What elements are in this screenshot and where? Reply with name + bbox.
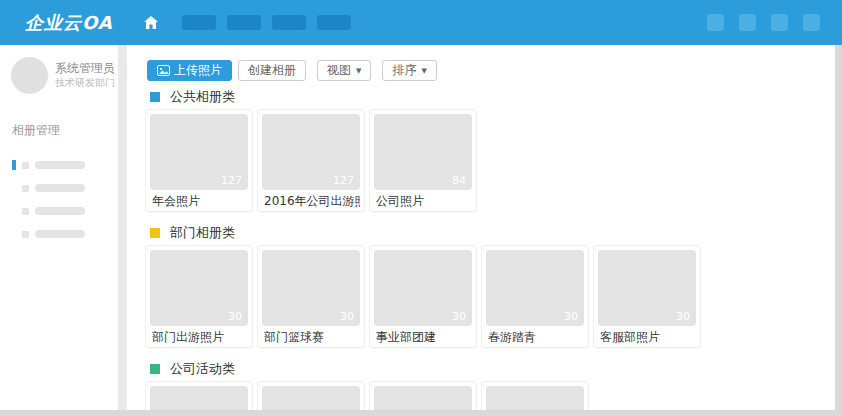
album-title: 部门篮球赛	[262, 330, 360, 344]
header-action-icon[interactable]	[739, 14, 756, 31]
caret-down-icon: ▼	[421, 67, 426, 75]
nav-item[interactable]	[182, 15, 216, 30]
toolbar: 上传照片 创建相册 视图 ▼ 排序 ▼	[145, 60, 835, 81]
photo-count: 30	[340, 310, 354, 323]
photo-count: 30	[564, 310, 578, 323]
album-content: 上传照片 创建相册 视图 ▼ 排序 ▼ 公共相册类	[127, 45, 835, 410]
album-thumbnail: 30	[150, 250, 248, 326]
menu-item-label-placeholder	[35, 184, 85, 192]
sort-dropdown-button[interactable]: 排序 ▼	[382, 60, 436, 81]
photo-count: 84	[452, 174, 466, 187]
header-action-icon[interactable]	[803, 14, 820, 31]
menu-item-icon-placeholder	[22, 231, 29, 238]
sort-label: 排序	[392, 62, 416, 79]
sidebar: 系统管理员 技术研发部门 相册管理	[0, 45, 118, 410]
album-thumbnail	[262, 386, 360, 410]
header-actions	[692, 14, 820, 31]
photo-count: 30	[228, 310, 242, 323]
photo-count: 30	[676, 310, 690, 323]
sidebar-divider	[118, 45, 127, 410]
album-card[interactable]: 84 公司照片	[369, 109, 477, 212]
album-thumbnail: 30	[486, 250, 584, 326]
main-nav	[171, 15, 351, 30]
album-card[interactable]: 30 部门出游照片	[145, 245, 253, 348]
app-logo: 企业云OA	[25, 11, 113, 35]
menu-item-label-placeholder	[35, 207, 85, 215]
create-album-button[interactable]: 创建相册	[238, 60, 306, 81]
album-thumbnail: 84	[374, 114, 472, 190]
album-thumbnail: 30	[262, 250, 360, 326]
avatar	[11, 57, 48, 94]
sidebar-menu-item[interactable]	[0, 229, 118, 239]
sidebar-section-title: 相册管理	[12, 122, 118, 139]
section-bullet-icon	[150, 92, 160, 102]
album-card[interactable]: 127 年会照片	[145, 109, 253, 212]
menu-item-label-placeholder	[35, 230, 85, 238]
view-label: 视图	[327, 62, 351, 79]
upload-photos-label: 上传照片	[174, 62, 222, 79]
menu-item-icon-placeholder	[22, 162, 29, 169]
album-row: 127 年会照片 127 2016年公司出游照片 84	[145, 109, 835, 212]
album-card[interactable]: 127 2016年公司出游照片	[257, 109, 365, 212]
album-title: 年会照片	[150, 194, 248, 208]
section-bullet-icon	[150, 228, 160, 238]
user-department: 技术研发部门	[55, 76, 115, 90]
album-card[interactable]	[481, 381, 589, 410]
photo-count: 127	[221, 174, 242, 187]
photo-count: 127	[333, 174, 354, 187]
header-action-icon[interactable]	[707, 14, 724, 31]
album-title: 部门出游照片	[150, 330, 248, 344]
photo-icon	[157, 65, 170, 76]
album-title: 事业部团建	[374, 330, 472, 344]
album-row	[145, 381, 835, 410]
album-card[interactable]: 30 部门篮球赛	[257, 245, 365, 348]
album-thumbnail: 127	[150, 114, 248, 190]
album-card[interactable]	[145, 381, 253, 410]
menu-item-label-placeholder	[35, 161, 85, 169]
album-card[interactable]: 30 事业部团建	[369, 245, 477, 348]
album-row: 30 部门出游照片 30 部门篮球赛 30 事业部团建	[145, 245, 835, 348]
create-album-label: 创建相册	[248, 62, 296, 79]
section-header: 公司活动类	[145, 362, 835, 375]
header-action-icon[interactable]	[771, 14, 788, 31]
sidebar-menu-item[interactable]	[0, 160, 118, 170]
album-card[interactable]: 30 春游踏青	[481, 245, 589, 348]
app-body: 系统管理员 技术研发部门 相册管理	[0, 45, 835, 410]
view-dropdown-button[interactable]: 视图 ▼	[317, 60, 371, 81]
section-header: 部门相册类	[145, 226, 835, 239]
active-indicator	[12, 160, 16, 170]
album-thumbnail	[374, 386, 472, 410]
sidebar-menu-item[interactable]	[0, 206, 118, 216]
album-card[interactable]	[369, 381, 477, 410]
album-card[interactable]	[257, 381, 365, 410]
album-title: 客服部照片	[598, 330, 696, 344]
album-card[interactable]: 30 客服部照片	[593, 245, 701, 348]
album-section-activities: 公司活动类	[145, 362, 835, 410]
upload-photos-button[interactable]: 上传照片	[147, 60, 232, 81]
album-thumbnail	[486, 386, 584, 410]
album-thumbnail	[150, 386, 248, 410]
nav-item[interactable]	[227, 15, 261, 30]
photo-count: 30	[452, 310, 466, 323]
album-thumbnail: 30	[598, 250, 696, 326]
user-profile: 系统管理员 技术研发部门	[0, 45, 118, 94]
sidebar-menu-item[interactable]	[0, 183, 118, 193]
section-title: 公司活动类	[170, 360, 235, 378]
sidebar-menu	[0, 160, 118, 239]
album-section-department: 部门相册类 30 部门出游照片 30 部门篮球赛	[145, 226, 835, 348]
app-window: 企业云OA 系统管理员 技术研发部门 相册管	[0, 0, 842, 416]
home-icon[interactable]	[143, 15, 159, 31]
album-title: 2016年公司出游照片	[262, 194, 360, 208]
nav-item[interactable]	[317, 15, 351, 30]
user-name: 系统管理员	[55, 61, 115, 76]
album-title: 公司照片	[374, 194, 472, 208]
album-thumbnail: 30	[374, 250, 472, 326]
menu-item-icon-placeholder	[22, 208, 29, 215]
section-title: 部门相册类	[170, 224, 235, 242]
section-header: 公共相册类	[145, 90, 835, 103]
nav-item[interactable]	[272, 15, 306, 30]
album-thumbnail: 127	[262, 114, 360, 190]
section-title: 公共相册类	[170, 88, 235, 106]
user-meta: 系统管理员 技术研发部门	[55, 57, 115, 94]
caret-down-icon: ▼	[356, 67, 361, 75]
